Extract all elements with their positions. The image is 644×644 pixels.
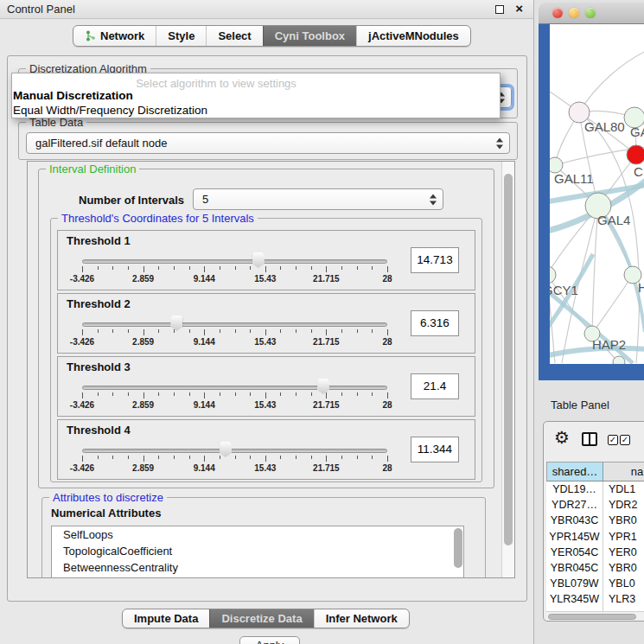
minimize-traffic-light[interactable] (569, 8, 579, 18)
slider-tick (235, 456, 236, 459)
stepper-arrows-icon (430, 194, 437, 205)
slider-track[interactable] (82, 322, 387, 327)
table-row[interactable]: YPR145WYPR1 (546, 529, 644, 545)
slider-tick (220, 456, 220, 459)
column-header-1[interactable]: shared… (546, 462, 603, 481)
threshold-value-field[interactable]: 6.316 (411, 310, 459, 336)
slider-tick (174, 456, 175, 459)
threshold-value-field[interactable]: 11.344 (411, 437, 459, 462)
attributes-group: Attributes to discretize Numerical Attri… (41, 497, 486, 578)
tab-discretize-data[interactable]: Discretize Data (209, 609, 313, 628)
table-row[interactable]: YBR045CYBR0 (546, 560, 644, 576)
slider-tick (189, 266, 190, 270)
threshold-value-field[interactable]: 21.4 (411, 373, 459, 399)
scrollbar-thumb[interactable] (548, 614, 636, 620)
table-row[interactable]: YER054CYER0 (546, 545, 644, 560)
slider-tick (387, 329, 388, 335)
slider-ticks (82, 329, 387, 336)
attribute-item[interactable]: SelfLoops (52, 526, 463, 543)
network-node[interactable] (627, 145, 644, 164)
slider-tick (311, 266, 312, 270)
slider-track[interactable] (82, 386, 387, 390)
table-data-combobox[interactable]: galFiltered.sif default node (26, 132, 510, 154)
column-header-2[interactable]: na (603, 462, 644, 481)
slider-tick (98, 266, 99, 270)
slider-tick (357, 456, 358, 459)
slider-tick (158, 329, 159, 333)
network-edge[interactable] (592, 275, 633, 334)
attribute-item[interactable]: TopologicalCoefficient (52, 543, 463, 559)
checkbox-checked-icon[interactable]: ✓ (620, 435, 630, 445)
table-panel-title: Table Panel (551, 399, 609, 411)
slider-tick (189, 392, 190, 396)
apply-button[interactable]: Apply (239, 636, 300, 644)
tab-infer-network[interactable]: Infer Network (314, 609, 409, 628)
slider-track[interactable] (82, 449, 387, 453)
gear-icon[interactable]: ⚙ (554, 427, 570, 448)
tab-cyni-toolbox[interactable]: Cyni Toolbox (263, 26, 356, 46)
table-cell: YDR2 (603, 497, 644, 513)
slider-tick-label: 15.43 (254, 337, 276, 347)
network-canvas[interactable]: GAL80GACGAL11GAL4GCY1HAHAP2 (550, 24, 644, 364)
table-row[interactable]: YDR27…YDR2 (546, 497, 644, 513)
tab-select[interactable]: Select (206, 26, 262, 46)
table-row[interactable]: YLR345WYLR3 (546, 591, 644, 607)
close-icon[interactable]: × (515, 1, 523, 16)
slider-tick (220, 266, 220, 270)
slider-tick (387, 456, 388, 462)
table-cell: YBR043C (546, 513, 603, 528)
attributes-list-scrollbar[interactable] (454, 528, 462, 568)
slider-track[interactable] (82, 259, 387, 264)
main-vertical-scrollbar[interactable] (501, 162, 514, 577)
thresholds-group: Threshold's Coordinates for 5 Intervals … (50, 218, 482, 482)
slider-tick-label: 15.43 (254, 463, 276, 473)
control-panel-titlebar: Control Panel × (0, 0, 533, 19)
network-edge[interactable] (579, 47, 644, 112)
slider-tick (280, 456, 281, 459)
numerical-attributes-list[interactable]: SelfLoopsTopologicalCoefficientBetweenne… (51, 526, 464, 578)
attribute-item[interactable]: BetweennessCentrality (52, 559, 463, 576)
network-node-label: GA (630, 124, 644, 139)
table-cell: YER0 (603, 545, 644, 560)
slider-tick (98, 456, 99, 459)
float-window-icon[interactable] (495, 5, 504, 14)
network-node[interactable] (550, 266, 556, 284)
table-row[interactable]: YBL079WYBL0 (546, 576, 644, 591)
table-horizontal-scrollbar[interactable] (546, 611, 644, 621)
slider-tick-labels: -3.4262.8599.14415.4321.71528 (82, 274, 387, 284)
table-cell: YLR345W (546, 591, 603, 607)
slider-tick-label: -3.426 (70, 400, 94, 410)
network-focus-frame: GAL80GACGAL11GAL4GCY1HAHAP2 (539, 24, 644, 380)
network-graph[interactable]: GAL80GACGAL11GAL4GCY1HAHAP2 (550, 24, 644, 364)
threshold-panel-3: Threshold 3-3.4262.8599.14415.4321.71528… (57, 356, 475, 417)
slider-tick-label: 2.859 (132, 463, 154, 473)
slider-tick (326, 456, 327, 462)
popup-option-equal-width-frequency[interactable]: Equal Width/Frequency Discretization (13, 104, 207, 117)
slider-tick-label: 15.43 (254, 274, 276, 284)
slider-ticks (82, 392, 387, 399)
thresholds-group-title: Threshold's Coordinates for 5 Intervals (58, 212, 258, 225)
number-of-intervals-combobox[interactable]: 5 (193, 188, 443, 210)
interval-definition-group: Interval Definition Number of Intervals … (38, 169, 494, 488)
threshold-value-field[interactable]: 14.713 (411, 247, 459, 273)
table-row[interactable]: YBR043CYBR0 (546, 513, 644, 528)
zoom-traffic-light[interactable] (585, 8, 596, 18)
slider-tick (326, 392, 327, 399)
tab-style[interactable]: Style (156, 26, 206, 46)
interval-definition-title: Interval Definition (46, 163, 139, 175)
table-row[interactable]: YDL19…YDL1 (546, 481, 644, 497)
tab-jactivemnodules[interactable]: jActiveMNodules (356, 26, 470, 46)
close-traffic-light[interactable] (552, 8, 563, 18)
scrollbar-thumb[interactable] (504, 174, 513, 545)
attribute-items: SelfLoopsTopologicalCoefficientBetweenne… (52, 526, 463, 576)
checkbox-checked-icon[interactable]: ✓ (608, 435, 618, 445)
split-columns-icon[interactable] (582, 432, 597, 446)
tab-impute-data[interactable]: Impute Data (123, 609, 209, 628)
slider-tick (280, 266, 281, 270)
slider-tick (250, 329, 251, 333)
network-node[interactable] (613, 356, 625, 364)
tab-network[interactable]: Network (73, 26, 156, 46)
slider-tick (372, 392, 373, 396)
slider-tick (341, 329, 342, 333)
popup-option-manual-discretization[interactable]: Manual Discretization (13, 89, 133, 102)
